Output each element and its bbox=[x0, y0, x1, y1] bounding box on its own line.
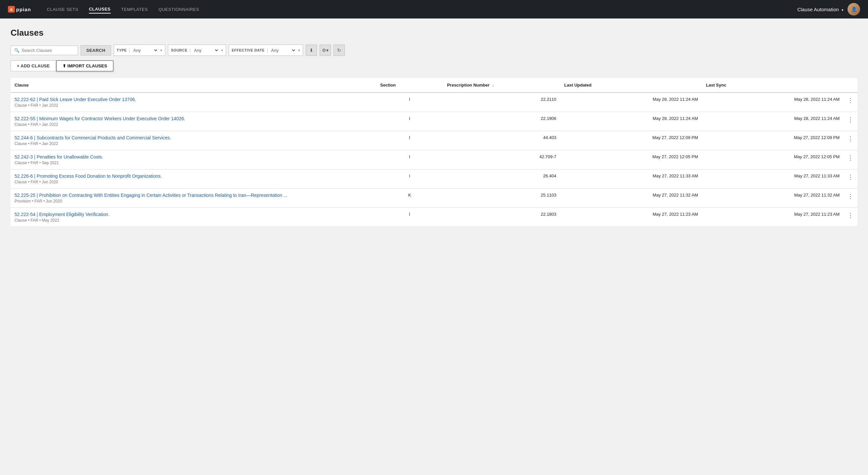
clauses-table: Clause Section Prescription Number ↓ Las… bbox=[10, 78, 858, 227]
search-box: 🔍 bbox=[10, 45, 78, 55]
cell-section-4: I bbox=[376, 169, 443, 189]
cell-clause-4: 52.226-6 | Promoting Excess Food Donatio… bbox=[10, 169, 376, 189]
cell-actions-1: ⋮ bbox=[843, 112, 858, 131]
cell-clause-1: 52.222-55 | Minimum Wages for Contractor… bbox=[10, 112, 376, 131]
row-menu-3[interactable]: ⋮ bbox=[847, 154, 854, 162]
col-header-section: Section bbox=[376, 78, 443, 93]
cell-last-updated-0: May 28, 2022 11:24 AM bbox=[560, 93, 702, 112]
cell-clause-0: 52.222-62 | Paid Sick Leave Under Execut… bbox=[10, 93, 376, 112]
sort-icon-prescription[interactable]: ↓ bbox=[492, 83, 494, 87]
add-clause-button[interactable]: + ADD CLAUSE bbox=[10, 61, 56, 71]
nav-clause-sets[interactable]: CLAUSE SETS bbox=[47, 6, 78, 13]
type-filter-label: TYPE bbox=[117, 48, 127, 52]
cell-prescription-6: 22.1803 bbox=[443, 208, 560, 227]
col-header-clause: Clause bbox=[10, 78, 376, 93]
cell-clause-2: 52.244-6 | Subcontracts for Commercial P… bbox=[10, 131, 376, 150]
clause-meta-2: Clause • FAR • Jan 2022 bbox=[14, 141, 372, 146]
cell-section-3: I bbox=[376, 150, 443, 169]
search-input[interactable] bbox=[22, 48, 74, 53]
cell-prescription-2: 44.403 bbox=[443, 131, 560, 150]
nav-templates[interactable]: TEMPLATES bbox=[121, 6, 148, 13]
table-row: 52.225-25 | Prohibition on Contracting W… bbox=[10, 189, 858, 208]
filter-button[interactable]: ⚙▾ bbox=[320, 44, 331, 56]
table-row: 52.226-6 | Promoting Excess Food Donatio… bbox=[10, 169, 858, 189]
cell-prescription-0: 22.2110 bbox=[443, 93, 560, 112]
type-filter-caret: ▾ bbox=[160, 48, 162, 53]
row-menu-5[interactable]: ⋮ bbox=[847, 193, 854, 200]
cell-last-sync-4: May 27, 2022 11:33 AM bbox=[702, 169, 843, 189]
cell-prescription-1: 22.1906 bbox=[443, 112, 560, 131]
search-button[interactable]: SEARCH bbox=[81, 45, 111, 56]
cell-last-updated-5: May 27, 2022 11:32 AM bbox=[560, 189, 702, 208]
cell-prescription-4: 26.404 bbox=[443, 169, 560, 189]
clause-name-5[interactable]: 52.225-25 | Prohibition on Contracting W… bbox=[14, 193, 287, 198]
row-menu-4[interactable]: ⋮ bbox=[847, 173, 854, 181]
row-menu-2[interactable]: ⋮ bbox=[847, 135, 854, 142]
cell-actions-6: ⋮ bbox=[843, 208, 858, 227]
clause-name-1[interactable]: 52.222-55 | Minimum Wages for Contractor… bbox=[14, 116, 185, 121]
clause-name-6[interactable]: 52.222-54 | Employment Eligibility Verif… bbox=[14, 212, 110, 217]
clause-meta-0: Clause • FAR • Jan 2022 bbox=[14, 103, 372, 108]
cell-section-0: I bbox=[376, 93, 443, 112]
clause-name-0[interactable]: 52.222-62 | Paid Sick Leave Under Execut… bbox=[14, 97, 136, 102]
clause-name-4[interactable]: 52.226-6 | Promoting Excess Food Donatio… bbox=[14, 173, 162, 179]
col-header-actions bbox=[843, 78, 858, 93]
cell-last-sync-5: May 27, 2022 11:32 AM bbox=[702, 189, 843, 208]
cell-prescription-5: 25.1103 bbox=[443, 189, 560, 208]
table-row: 52.222-55 | Minimum Wages for Contractor… bbox=[10, 112, 858, 131]
search-icon: 🔍 bbox=[14, 48, 20, 53]
type-filter-select[interactable]: Any bbox=[132, 47, 158, 53]
app-title[interactable]: Clause Automation ▾ bbox=[797, 7, 843, 12]
clause-name-2[interactable]: 52.244-6 | Subcontracts for Commercial P… bbox=[14, 135, 171, 140]
cell-section-1: I bbox=[376, 112, 443, 131]
source-filter-select[interactable]: Any bbox=[193, 47, 219, 53]
col-header-last-sync: Last Sync bbox=[702, 78, 843, 93]
cell-actions-3: ⋮ bbox=[843, 150, 858, 169]
cell-last-sync-1: May 28, 2022 11:24 AM bbox=[702, 112, 843, 131]
cell-section-5: K bbox=[376, 189, 443, 208]
clause-name-3[interactable]: 52.242-3 | Penalties for Unallowable Cos… bbox=[14, 154, 103, 160]
cell-clause-6: 52.222-54 | Employment Eligibility Verif… bbox=[10, 208, 376, 227]
clause-meta-3: Clause • FAR • Sep 2021 bbox=[14, 161, 372, 165]
import-clauses-button[interactable]: ⬆ IMPORT CLAUSES bbox=[56, 61, 114, 71]
cell-last-updated-1: May 28, 2022 11:24 AM bbox=[560, 112, 702, 131]
source-filter-label: SOURCE bbox=[171, 48, 187, 52]
app-title-text: Clause Automation bbox=[797, 7, 839, 12]
table-row: 52.222-62 | Paid Sick Leave Under Execut… bbox=[10, 93, 858, 112]
row-menu-1[interactable]: ⋮ bbox=[847, 116, 854, 123]
table-header-row: Clause Section Prescription Number ↓ Las… bbox=[10, 78, 858, 93]
effective-date-filter: EFFECTIVE DATE | Any ▾ bbox=[229, 44, 303, 56]
col-header-last-updated: Last Updated bbox=[560, 78, 702, 93]
cell-actions-5: ⋮ bbox=[843, 189, 858, 208]
cell-last-sync-3: May 27, 2022 12:05 PM bbox=[702, 150, 843, 169]
row-menu-0[interactable]: ⋮ bbox=[847, 97, 854, 104]
cell-last-sync-2: May 27, 2022 12:09 PM bbox=[702, 131, 843, 150]
clause-meta-5: Provision • FAR • Jun 2020 bbox=[14, 199, 372, 203]
navbar: a ppian CLAUSE SETS CLAUSES TEMPLATES QU… bbox=[0, 0, 868, 19]
cell-last-updated-3: May 27, 2022 12:05 PM bbox=[560, 150, 702, 169]
cell-clause-3: 52.242-3 | Penalties for Unallowable Cos… bbox=[10, 150, 376, 169]
clause-meta-1: Clause • FAR • Jan 2022 bbox=[14, 122, 372, 127]
cell-actions-2: ⋮ bbox=[843, 131, 858, 150]
effective-date-caret: ▾ bbox=[298, 48, 300, 53]
user-avatar[interactable]: 👤 bbox=[847, 3, 860, 15]
cell-section-6: I bbox=[376, 208, 443, 227]
nav-questionnaires[interactable]: QUESTIONNAIRES bbox=[158, 6, 199, 13]
app-logo[interactable]: a ppian bbox=[8, 6, 31, 12]
table-row: 52.244-6 | Subcontracts for Commercial P… bbox=[10, 131, 858, 150]
download-button[interactable]: ⬇ bbox=[306, 44, 317, 56]
row-menu-6[interactable]: ⋮ bbox=[847, 212, 854, 219]
type-filter: TYPE | Any ▾ bbox=[114, 44, 165, 56]
clause-meta-6: Clause • FAR • May 2022 bbox=[14, 218, 372, 223]
cell-last-updated-2: May 27, 2022 12:09 PM bbox=[560, 131, 702, 150]
cell-actions-0: ⋮ bbox=[843, 93, 858, 112]
table-row: 52.222-54 | Employment Eligibility Verif… bbox=[10, 208, 858, 227]
effective-date-select[interactable]: Any bbox=[270, 47, 296, 53]
logo-box: a bbox=[8, 6, 15, 12]
source-filter-caret: ▾ bbox=[221, 48, 223, 53]
refresh-button[interactable]: ↻ bbox=[334, 44, 345, 56]
cell-clause-5: 52.225-25 | Prohibition on Contracting W… bbox=[10, 189, 376, 208]
nav-clauses[interactable]: CLAUSES bbox=[89, 5, 111, 13]
cell-actions-4: ⋮ bbox=[843, 169, 858, 189]
cell-section-2: I bbox=[376, 131, 443, 150]
